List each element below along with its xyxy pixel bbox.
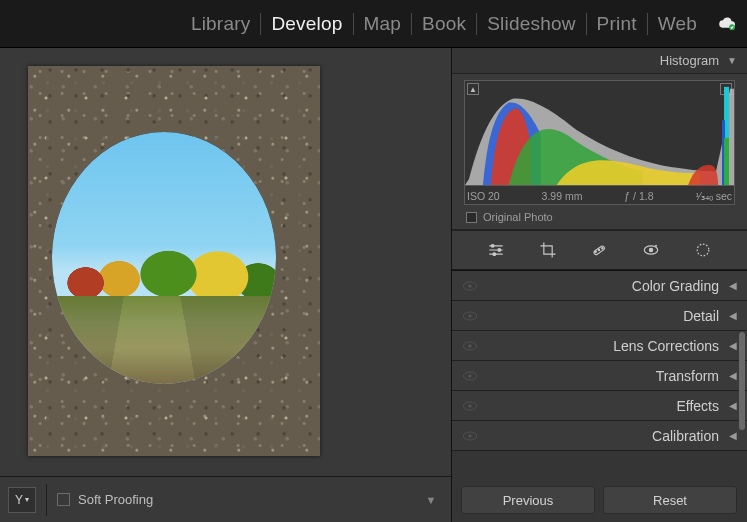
visibility-eye-icon[interactable]	[462, 310, 478, 322]
histogram-metadata: ISO 20 3.99 mm ƒ / 1.8 ¹⁄₃₄₀ sec	[464, 186, 735, 205]
svg-rect-3	[724, 138, 729, 185]
soft-proofing-toggle[interactable]: Soft Proofing	[57, 492, 419, 507]
panel-label: Detail	[683, 308, 719, 324]
expand-triangle-icon: ◀	[729, 280, 737, 291]
svg-point-26	[468, 434, 471, 437]
photo-preview	[28, 66, 320, 456]
panel-label: Transform	[656, 368, 719, 384]
svg-point-12	[650, 248, 653, 251]
original-photo-label: Original Photo	[483, 211, 553, 223]
develop-sidebar: Histogram ▼ ▲ ▲	[451, 48, 747, 522]
view-mode-value: Y	[15, 493, 23, 507]
edit-sliders-icon[interactable]	[483, 237, 509, 263]
svg-point-22	[468, 374, 471, 377]
soft-proofing-label: Soft Proofing	[78, 492, 153, 507]
panel-label: Effects	[676, 398, 719, 414]
histogram-header[interactable]: Histogram ▼	[452, 48, 747, 74]
svg-point-10	[602, 248, 603, 249]
original-photo-toggle[interactable]: Original Photo	[464, 205, 735, 225]
cloud-sync-icon[interactable]	[715, 12, 739, 36]
svg-point-18	[468, 314, 471, 317]
chevron-down-icon: ▾	[25, 495, 29, 504]
panel-label: Calibration	[652, 428, 719, 444]
svg-point-4	[491, 245, 494, 248]
photo-hole	[52, 132, 276, 384]
svg-point-13	[655, 245, 657, 247]
module-tab-book[interactable]: Book	[412, 13, 476, 35]
collapse-triangle-icon: ▼	[727, 55, 737, 66]
expand-triangle-icon: ◀	[729, 400, 737, 411]
module-tab-library[interactable]: Library	[181, 13, 260, 35]
separator	[46, 484, 47, 516]
module-tab-web[interactable]: Web	[648, 13, 707, 35]
visibility-eye-icon[interactable]	[462, 400, 478, 412]
image-preview-area[interactable]	[0, 48, 451, 476]
histogram-panel: ▲ ▲ ISO 20	[452, 74, 747, 230]
meta-focal: 3.99 mm	[542, 190, 583, 202]
history-buttons: Previous Reset	[461, 486, 737, 514]
module-tabs: Library Develop Map Book Slideshow Print…	[181, 13, 707, 35]
checkbox-icon[interactable]	[466, 212, 477, 223]
svg-point-14	[697, 244, 709, 256]
masking-icon[interactable]	[690, 237, 716, 263]
reset-button[interactable]: Reset	[603, 486, 737, 514]
module-tab-print[interactable]: Print	[587, 13, 647, 35]
panel-color-grading[interactable]: Color Grading ◀	[452, 271, 747, 301]
svg-point-8	[595, 251, 596, 252]
svg-point-9	[599, 249, 600, 250]
module-tab-map[interactable]: Map	[354, 13, 412, 35]
module-tab-slideshow[interactable]: Slideshow	[477, 13, 585, 35]
crop-icon[interactable]	[535, 237, 561, 263]
visibility-eye-icon[interactable]	[462, 430, 478, 442]
visibility-eye-icon[interactable]	[462, 280, 478, 292]
expand-triangle-icon: ◀	[729, 430, 737, 441]
module-picker: Library Develop Map Book Slideshow Print…	[0, 0, 747, 48]
expand-triangle-icon: ◀	[729, 310, 737, 321]
panel-calibration[interactable]: Calibration ◀	[452, 421, 747, 451]
redeye-icon[interactable]	[638, 237, 664, 263]
svg-point-24	[468, 404, 471, 407]
panel-label: Lens Corrections	[613, 338, 719, 354]
svg-point-16	[468, 284, 471, 287]
checkbox-icon[interactable]	[57, 493, 70, 506]
expand-triangle-icon: ◀	[729, 340, 737, 351]
panel-transform[interactable]: Transform ◀	[452, 361, 747, 391]
develop-panels: Color Grading ◀ Detail ◀ Lens Correction…	[452, 270, 747, 451]
visibility-eye-icon[interactable]	[462, 340, 478, 352]
toolbar-options-icon[interactable]: ▼	[419, 494, 443, 506]
panel-lens-corrections[interactable]: Lens Corrections ◀	[452, 331, 747, 361]
panel-detail[interactable]: Detail ◀	[452, 301, 747, 331]
view-mode-dropdown[interactable]: Y ▾	[8, 487, 36, 513]
healing-icon[interactable]	[586, 237, 612, 263]
toolbar-bottom: Y ▾ Soft Proofing ▼	[0, 476, 451, 522]
histogram-svg	[465, 81, 734, 185]
histogram-graph[interactable]: ▲ ▲	[464, 80, 735, 186]
svg-point-20	[468, 344, 471, 347]
meta-shutter: ¹⁄₃₄₀ sec	[695, 190, 732, 202]
panel-effects[interactable]: Effects ◀	[452, 391, 747, 421]
sidebar-scrollbar[interactable]	[739, 332, 745, 430]
meta-iso: ISO 20	[467, 190, 500, 202]
expand-triangle-icon: ◀	[729, 370, 737, 381]
svg-point-6	[493, 253, 496, 256]
local-toolstrip	[452, 230, 747, 270]
meta-aperture: ƒ / 1.8	[624, 190, 653, 202]
module-tab-develop[interactable]: Develop	[261, 13, 352, 35]
histogram-title: Histogram	[660, 53, 719, 68]
panel-label: Color Grading	[632, 278, 719, 294]
previous-button[interactable]: Previous	[461, 486, 595, 514]
visibility-eye-icon[interactable]	[462, 370, 478, 382]
svg-point-5	[498, 249, 501, 252]
